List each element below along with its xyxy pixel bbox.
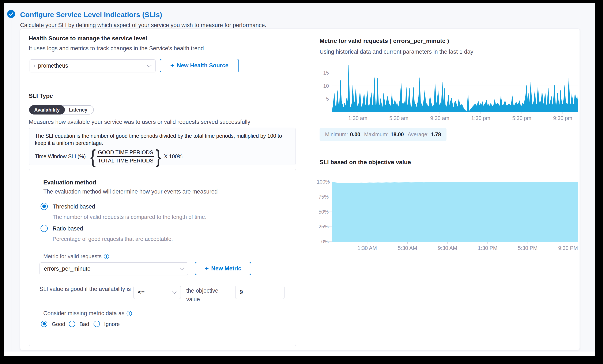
x-axis-tick-label: 5:30 PM <box>512 245 544 251</box>
metric-valid-requests-field: Metric for valid requests <box>43 253 109 260</box>
x-axis-tick-label: 5:30 AM <box>392 245 423 251</box>
step-complete-check-icon <box>7 10 15 18</box>
info-icon[interactable] <box>104 254 109 259</box>
equation-total: TOTAL <box>98 158 114 164</box>
bottom-strip <box>4 352 595 356</box>
sli-config-card: Health Source to manage the service leve… <box>20 29 580 350</box>
health-source-selected-value: prometheus <box>38 62 68 69</box>
evaluation-description: The evaluation method will determine how… <box>43 188 218 195</box>
equation-good-rest: TIME PERIODS <box>114 149 153 155</box>
threshold-based-description: The number of valid requests is compared… <box>53 214 206 220</box>
metric-stats-bar: Minimum: 0.00 Maximum: 18.00 Average: 1.… <box>320 128 446 141</box>
y-axis-tick-label: 50% <box>317 209 329 215</box>
sli-equation-formula: Time Window SLI (%) = { GOOD TIME PERIOD… <box>35 149 290 164</box>
missing-data-label: Consider missing metric data as <box>43 310 124 317</box>
min-value: 0.00 <box>350 131 360 138</box>
ratio-based-radio[interactable] <box>41 225 48 232</box>
x-axis-tick-label: 1:30 PM <box>472 245 504 251</box>
health-source-type-icon <box>34 65 35 67</box>
missing-ignore-radio[interactable] <box>93 321 100 327</box>
equation-fraction: GOOD TIME PERIODS TOTAL TIME PERIODS <box>97 149 154 164</box>
sli-type-option-latency[interactable]: Latency <box>65 107 93 113</box>
sli-equation-box: The SLI equation is the number of good t… <box>29 128 296 165</box>
panel-divider <box>304 34 304 347</box>
stepper-line <box>11 20 12 351</box>
equation-good: GOOD <box>98 149 114 155</box>
y-axis-tick-label: 15 <box>317 70 329 76</box>
objective-sentence-prefix: SLI value is good if the availability is <box>39 285 135 294</box>
plus-icon: + <box>205 265 209 272</box>
missing-good-label[interactable]: Good <box>52 321 65 328</box>
sli-objective-chart-title: SLI based on the objective value <box>320 159 411 166</box>
valid-requests-metric-select[interactable]: errors_per_minute <box>39 262 188 275</box>
chevron-down-icon <box>172 289 177 294</box>
new-health-source-button[interactable]: + New Health Source <box>160 59 239 72</box>
equation-lhs: Time Window SLI (%) = <box>35 153 90 160</box>
sli-type-toggle[interactable]: Availability Latency <box>29 105 94 115</box>
metric-chart-title: Metric for valid requests ( errors_per_m… <box>320 38 449 44</box>
avg-label: Average: <box>408 131 429 138</box>
missing-good-radio[interactable] <box>41 321 47 327</box>
sli-type-description: Measures how available your service was … <box>29 119 250 125</box>
y-axis-tick-label: 100% <box>317 179 329 185</box>
x-axis-tick-label: 9:30 pm <box>547 115 579 121</box>
y-axis-tick-label: 75% <box>317 194 329 200</box>
info-icon[interactable] <box>127 311 132 316</box>
y-axis-tick-label: 25% <box>317 224 329 230</box>
max-label: Maximum: <box>364 131 388 138</box>
objective-value-input[interactable]: 9 <box>235 286 285 299</box>
ratio-based-description: Percentage of good requests that are acc… <box>53 236 173 242</box>
ratio-based-label[interactable]: Ratio based <box>53 225 83 232</box>
equation-total-rest: TIME PERIODS <box>114 158 153 164</box>
sli-equation-text: The SLI equation is the number of good t… <box>35 132 290 147</box>
x-axis-tick-label: 1:30 AM <box>351 245 383 251</box>
threshold-based-label[interactable]: Threshold based <box>53 203 95 210</box>
comparator-value: <= <box>138 289 145 295</box>
threshold-based-radio[interactable] <box>41 203 48 210</box>
missing-bad-label[interactable]: Bad <box>80 321 89 328</box>
x-axis-tick-label: 1:30 am <box>342 115 374 121</box>
y-axis-tick-label: 5 <box>317 96 329 102</box>
x-axis-tick-label: 5:30 am <box>383 115 415 121</box>
avg-value: 1.78 <box>431 131 441 138</box>
evaluation-heading: Evaluation method <box>43 179 96 186</box>
chevron-down-icon <box>147 63 151 67</box>
screen: Configure Service Level Indicatiors (SLI… <box>0 0 603 364</box>
min-label: Minimum: <box>325 131 348 138</box>
health-source-description: It uses logs and metrics to track change… <box>29 45 204 52</box>
missing-bad-radio[interactable] <box>69 321 75 327</box>
health-source-heading: Health Source to manage the service leve… <box>29 35 147 42</box>
chevron-down-icon <box>180 266 184 270</box>
max-value: 18.00 <box>391 131 404 138</box>
comparator-select[interactable]: <= <box>133 286 181 299</box>
new-metric-label: New Metric <box>211 265 241 272</box>
sli-type-option-availability[interactable]: Availability <box>29 105 65 115</box>
metric-timeseries-chart[interactable]: 510151:30 am5:30 am9:30 am1:30 pm5:30 pm… <box>332 60 578 112</box>
missing-ignore-label[interactable]: Ignore <box>104 321 120 328</box>
plus-icon: + <box>170 62 174 69</box>
x-axis-tick-label: 5:30 pm <box>506 115 537 121</box>
metric-valid-requests-label: Metric for valid requests <box>43 253 102 260</box>
new-health-source-label: New Health Source <box>177 62 229 69</box>
sli-objective-area-chart[interactable]: 0%25%50%75%100%1:30 AM5:30 AM9:30 AM1:30… <box>332 179 578 242</box>
y-axis-tick-label: 0% <box>317 239 329 245</box>
equation-rhs: X 100% <box>164 153 183 160</box>
new-metric-button[interactable]: + New Metric <box>195 262 251 275</box>
health-source-select[interactable]: prometheus <box>30 59 156 72</box>
metric-chart-subtitle: Using historical data and current parame… <box>320 48 473 55</box>
page-title: Configure Service Level Indicatiors (SLI… <box>20 11 162 19</box>
x-axis-tick-label: 1:30 pm <box>465 115 497 121</box>
valid-requests-metric-value: errors_per_minute <box>44 266 91 272</box>
page-subtitle: Calculate your SLI by defining which asp… <box>20 22 266 29</box>
sli-type-heading: SLI Type <box>29 93 53 99</box>
x-axis-tick-label: 9:30 PM <box>552 245 584 251</box>
x-axis-tick-label: 9:30 am <box>424 115 456 121</box>
objective-sentence-mid: the objective value <box>186 286 233 304</box>
evaluation-method-card: Evaluation method The evaluation method … <box>29 169 296 346</box>
y-axis-tick-label: 10 <box>317 83 329 89</box>
x-axis-tick-label: 9:30 AM <box>432 245 464 251</box>
missing-data-field: Consider missing metric data as <box>43 310 132 317</box>
